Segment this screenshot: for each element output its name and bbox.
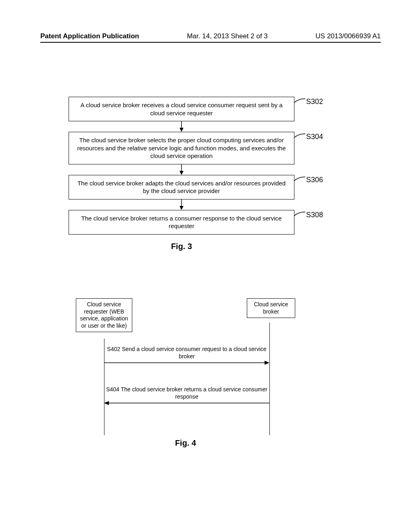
- flow-step-label: S306: [294, 175, 323, 185]
- flow-step-s308: The cloud service broker returns a consu…: [69, 210, 294, 235]
- flow-step-label: S302: [294, 97, 323, 106]
- step-id-text: S306: [306, 176, 323, 184]
- participant-requester: Cloud service requester (WEB service, ap…: [76, 298, 132, 332]
- svg-marker-7: [265, 361, 269, 365]
- svg-marker-3: [179, 171, 184, 175]
- flow-step-s306: The cloud service broker adapts the clou…: [69, 175, 294, 200]
- step-id-text: S302: [306, 98, 323, 106]
- header-right: US 2013/0066939 A1: [315, 32, 381, 40]
- callout-icon: [294, 176, 306, 184]
- arrow-left-icon: [104, 400, 269, 406]
- flow-step-label: S304: [294, 132, 323, 141]
- callout-icon: [294, 211, 306, 219]
- flow-step-text: The cloud service broker adapts the clou…: [77, 180, 286, 195]
- flow-step-s304: The cloud service broker selects the pro…: [69, 132, 294, 164]
- figure-3-flowchart: A cloud service broker receives a cloud …: [69, 97, 294, 251]
- message-s402: S402 Send a cloud service consumer reque…: [104, 346, 269, 366]
- message-s404: S404 The cloud service broker returns a …: [104, 386, 269, 406]
- figure-3-caption: Fig. 3: [69, 242, 294, 251]
- arrow-down-icon: [69, 200, 294, 210]
- header-center: Mar. 14, 2013 Sheet 2 of 3: [187, 32, 267, 40]
- svg-marker-9: [104, 401, 109, 405]
- svg-marker-5: [179, 206, 184, 210]
- header-left: Patent Application Publication: [40, 32, 139, 40]
- flow-step-text: A cloud service broker receives a cloud …: [80, 102, 282, 116]
- message-text: S404 The cloud service broker returns a …: [104, 386, 269, 400]
- callout-icon: [294, 133, 306, 141]
- message-text: S402 Send a cloud service consumer reque…: [104, 346, 269, 360]
- page-header: Patent Application Publication Mar. 14, …: [40, 32, 381, 43]
- page: Patent Application Publication Mar. 14, …: [0, 0, 413, 532]
- lifeline-right: [269, 322, 270, 435]
- flow-step-s302: A cloud service broker receives a cloud …: [69, 97, 294, 121]
- step-id-text: S308: [306, 211, 323, 219]
- figure-4-caption: Fig. 4: [77, 438, 294, 448]
- flow-step-text: The cloud service broker selects the pro…: [77, 137, 286, 159]
- participant-label: Cloud service broker: [254, 301, 288, 315]
- header-row: Patent Application Publication Mar. 14, …: [40, 32, 381, 40]
- arrow-right-icon: [104, 360, 269, 366]
- sequence-canvas: Cloud service requester (WEB service, ap…: [77, 298, 294, 435]
- flow-step-text: The cloud service broker returns a consu…: [81, 215, 282, 230]
- participant-label: Cloud service requester (WEB service, ap…: [80, 301, 128, 329]
- svg-marker-1: [179, 128, 184, 132]
- step-id-text: S304: [306, 133, 323, 141]
- flow-step-label: S308: [294, 210, 323, 220]
- callout-icon: [294, 98, 306, 106]
- participant-broker: Cloud service broker: [247, 298, 295, 318]
- arrow-down-icon: [69, 164, 294, 175]
- arrow-down-icon: [69, 121, 294, 132]
- figure-4-sequence: Cloud service requester (WEB service, ap…: [77, 298, 294, 448]
